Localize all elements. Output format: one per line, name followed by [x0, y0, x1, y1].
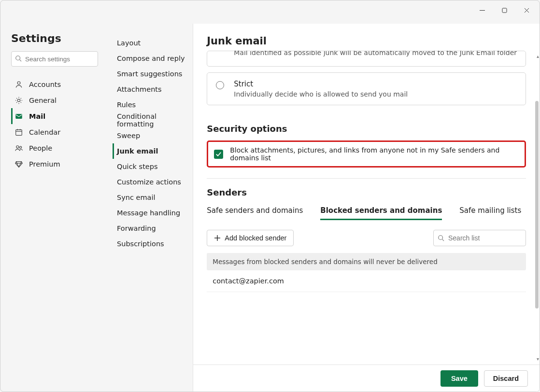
save-button[interactable]: Save	[441, 370, 478, 387]
nav1-label: Accounts	[29, 81, 61, 88]
calendar-icon	[14, 128, 23, 137]
nav1-item-mail[interactable]: Mail	[11, 108, 98, 124]
nav2-item-attachments[interactable]: Attachments	[113, 82, 189, 97]
main-scroll[interactable]: Mail identified as possible junk will be…	[193, 51, 540, 364]
svg-point-4	[16, 56, 20, 60]
nav1-item-calendar[interactable]: Calendar	[11, 124, 98, 140]
plus-icon	[214, 235, 221, 241]
add-blocked-sender-label: Add blocked sender	[225, 234, 286, 242]
nav2-item-message-handling[interactable]: Message handling	[113, 205, 189, 221]
blocked-info-strip: Messages from blocked senders and domain…	[207, 253, 526, 270]
nav1-item-accounts[interactable]: Accounts	[11, 76, 98, 92]
diamond-icon	[14, 160, 23, 168]
svg-point-6	[17, 81, 20, 84]
blocked-sender-row[interactable]: contact@zapier.com	[207, 270, 526, 292]
nav2-item-compose-and-reply[interactable]: Compose and reply	[113, 51, 189, 66]
titlebar	[0, 0, 540, 24]
mail-icon	[14, 112, 23, 121]
security-block-row[interactable]: Block attachments, pictures, and links f…	[207, 140, 526, 168]
senders-toolbar: Add blocked sender	[207, 230, 526, 246]
sidebar-secondary: LayoutCompose and replySmart suggestions…	[106, 24, 193, 392]
svg-point-14	[20, 146, 22, 148]
nav2-item-layout[interactable]: Layout	[113, 35, 189, 51]
scrollbar-thumb[interactable]	[535, 101, 539, 308]
add-blocked-sender-button[interactable]: Add blocked sender	[207, 230, 294, 246]
nav1-label: People	[29, 144, 52, 152]
search-settings-wrap	[11, 51, 98, 67]
nav2-item-rules[interactable]: Rules	[113, 97, 189, 112]
scroll-down-arrow-icon[interactable]: ▾	[537, 356, 539, 362]
divider	[207, 178, 526, 179]
nav1-item-people[interactable]: People	[11, 140, 98, 156]
people-icon	[14, 144, 23, 153]
nav1-item-general[interactable]: General	[11, 92, 98, 108]
nav2-item-sync-email[interactable]: Sync email	[113, 190, 189, 205]
nav1-label: Mail	[29, 112, 45, 120]
scroll-up-arrow-icon[interactable]: ▴	[537, 54, 539, 59]
close-button[interactable]	[515, 2, 538, 18]
tab-safe-mailing-lists[interactable]: Safe mailing lists	[459, 206, 521, 220]
senders-tabs: Safe senders and domainsBlocked senders …	[207, 206, 526, 220]
primary-nav: AccountsGeneralMailCalendarPeoplePremium	[11, 76, 98, 172]
svg-point-13	[16, 145, 19, 148]
security-heading: Security options	[207, 124, 526, 134]
maximize-button[interactable]	[493, 2, 515, 18]
search-icon	[15, 55, 22, 64]
search-icon	[438, 234, 444, 243]
svg-point-17	[439, 236, 443, 240]
filter-option-card[interactable]: Mail identified as possible junk will be…	[207, 51, 526, 67]
svg-rect-1	[502, 8, 507, 13]
nav2-item-junk-email[interactable]: Junk email	[113, 143, 189, 159]
svg-line-5	[20, 60, 22, 62]
option-desc: Individually decide who is allowed to se…	[234, 90, 408, 98]
search-settings-input[interactable]	[11, 51, 98, 67]
search-list-wrap	[433, 230, 526, 246]
minimize-button[interactable]	[471, 2, 493, 18]
option-title: Strict	[234, 80, 408, 88]
nav2-item-conditional-formatting[interactable]: Conditional formatting	[113, 112, 189, 128]
nav1-item-premium[interactable]: Premium	[11, 156, 98, 172]
tab-safe-senders-and-domains[interactable]: Safe senders and domains	[207, 206, 303, 220]
nav2-item-customize-actions[interactable]: Customize actions	[113, 174, 189, 190]
footer: Save Discard	[193, 364, 540, 392]
senders-heading: Senders	[207, 187, 526, 197]
page-title: Junk email	[207, 35, 526, 47]
option-desc: Mail identified as possible junk will be…	[234, 51, 517, 56]
nav2-item-quick-steps[interactable]: Quick steps	[113, 159, 189, 174]
nav1-label: Premium	[29, 160, 60, 168]
svg-line-18	[442, 239, 444, 241]
nav2-item-forwarding[interactable]: Forwarding	[113, 221, 189, 236]
svg-point-7	[17, 99, 20, 101]
checkbox-checked-icon[interactable]	[214, 150, 223, 159]
gear-icon	[14, 96, 23, 105]
main-panel: Junk email Mail identified as possible j…	[193, 24, 540, 392]
settings-title: Settings	[11, 32, 98, 44]
main-header: Junk email	[193, 24, 540, 51]
filter-option-card[interactable]: StrictIndividually decide who is allowed…	[207, 72, 526, 105]
nav1-label: General	[29, 97, 57, 104]
security-checkbox-label: Block attachments, pictures, and links f…	[230, 146, 519, 162]
tab-blocked-senders-and-domains[interactable]: Blocked senders and domains	[320, 206, 442, 220]
svg-rect-8	[15, 114, 22, 119]
nav1-label: Calendar	[29, 128, 60, 136]
nav2-item-sweep[interactable]: Sweep	[113, 128, 189, 143]
discard-button[interactable]: Discard	[484, 370, 528, 387]
search-list-input[interactable]	[433, 230, 526, 246]
settings-window: Settings AccountsGeneralMailCalendarPeop…	[0, 0, 540, 392]
sidebar-primary: Settings AccountsGeneralMailCalendarPeop…	[0, 24, 106, 392]
svg-rect-9	[16, 129, 22, 135]
user-icon	[14, 80, 23, 89]
nav2-item-smart-suggestions[interactable]: Smart suggestions	[113, 66, 189, 82]
nav2-item-subscriptions[interactable]: Subscriptions	[113, 236, 189, 252]
radio-icon[interactable]	[216, 81, 224, 89]
